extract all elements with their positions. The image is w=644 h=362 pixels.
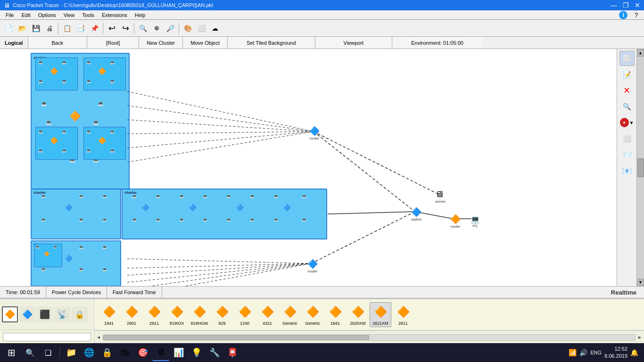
horizontal-scrollbar[interactable]: ◄ ► [94,330,644,344]
device-829[interactable]: 🔶 829 [211,302,233,327]
copy-btn[interactable]: 📑 [74,22,87,35]
cluster-2[interactable]: cluster 🔷 🔷 🔷 🔷 💻 💻 💻 💻 💻 💻 💻 💻 💻 💻 💻 💻 … [122,189,327,239]
device-819HGW[interactable]: 🔶 819HGW [189,302,210,327]
delete-btn[interactable]: ✕ [619,83,635,98]
svg-line-12 [127,263,311,268]
new-btn[interactable]: 📄 [2,22,15,35]
action-bar: Logical Back [Root] New Cluster Move Obj… [0,37,644,49]
viewport-btn[interactable]: Viewport [315,37,393,49]
redo-btn[interactable]: ↪ [119,22,132,35]
device-2901[interactable]: 🔶 2901 [121,302,142,327]
menu-edit[interactable]: Edit [18,12,34,18]
taskbar-store[interactable]: 🛍 [116,344,133,361]
svg-line-14 [127,263,311,282]
undo-btn[interactable]: ↩ [105,22,118,35]
menu-file[interactable]: File [2,12,18,18]
zoom-in-btn[interactable]: 🔍 [136,22,149,35]
taskbar-app5[interactable]: 🔧 [206,344,223,361]
cluster-1[interactable]: cluster 🔶 💻 💻 💻 💻 💻 💻 💻 💻 💻 💻 💻 🔶 💻 💻 💻 … [31,53,130,189]
cat-hubs[interactable]: ⬛ [37,306,53,322]
device-4321[interactable]: 🔶 4321 [256,302,278,327]
back-btn[interactable]: Back [28,37,87,49]
scroll-left-btn[interactable]: ◄ [96,335,101,340]
close-btn[interactable]: ✕ [635,1,640,9]
activity-wizard-btn[interactable]: 📋 [60,22,74,35]
start-btn[interactable]: ⊞ [2,344,21,361]
notification-btn[interactable]: 🔔 [630,349,638,356]
power-cycle-btn[interactable]: Power Cycle Devices [46,287,107,298]
indicator-btn[interactable]: ● ▼ [619,115,635,130]
taskbar-file-explorer[interactable]: 📁 [63,344,80,361]
menu-tools[interactable]: Tools [78,12,98,18]
root-btn[interactable]: [Root] [87,37,139,49]
new-cluster-btn[interactable]: New Cluster [139,37,183,49]
inspect-btn[interactable]: 🔍 [619,99,635,114]
svg-line-0 [127,91,314,132]
zoom-reset-btn[interactable]: ⊕ [150,22,163,35]
vertical-scrollbar[interactable]: ▲ ▼ [636,49,644,286]
cloud-btn[interactable]: ☁ [208,22,222,35]
tiled-bg-btn[interactable]: Set Tiled Background [228,37,315,49]
email2-btn[interactable]: 📧 [619,163,635,178]
taskbar-app2[interactable]: 🖥 [152,344,169,361]
main-area: cluster 🔶 💻 💻 💻 💻 💻 💻 💻 💻 💻 💻 💻 🔶 💻 💻 💻 … [0,49,644,286]
email-btn[interactable]: 📨 [619,147,635,162]
device-2620XM[interactable]: 🔶 2620XM [347,302,369,327]
cat-routers[interactable]: 🔶 [2,306,18,322]
clock[interactable]: 12:52 8.06.2019 [604,346,627,360]
end-device-far-right[interactable]: 💻 PC [471,215,480,228]
canvas[interactable]: cluster 🔶 💻 💻 💻 💻 💻 💻 💻 💻 💻 💻 💻 🔶 💻 💻 💻 … [0,49,617,286]
menu-options[interactable]: Options [34,12,60,18]
router-node-right[interactable]: 🔶 router [450,214,461,229]
device-generic1[interactable]: 🔶 Generic [279,302,301,327]
menu-extensions[interactable]: Extensions [98,12,131,18]
device-1841[interactable]: 🔶 1841 [324,302,346,327]
paste-btn[interactable]: 📌 [88,22,101,35]
maximize-btn[interactable]: ❐ [623,1,629,9]
fast-forward-btn[interactable]: Fast Forward Time [107,287,162,298]
custom-btn[interactable]: ⬜ [195,22,208,35]
switch-node-mid[interactable]: 🔷 switch [411,207,421,222]
select-rect-btn[interactable]: ⬜ [619,51,635,66]
taskbar-app4[interactable]: 💡 [188,344,205,361]
info-btn[interactable]: i [619,11,627,19]
cat-wireless[interactable]: 📡 [54,306,70,322]
device-search-input[interactable] [3,333,91,341]
device-1240[interactable]: 🔶 1240 [234,302,256,327]
menu-view[interactable]: View [60,12,79,18]
device-generic2[interactable]: 🔶 Generic [302,302,323,327]
taskbar-app3[interactable]: 📊 [170,344,187,361]
tray-volume[interactable]: 🔊 [579,349,587,356]
taskbar-app6[interactable]: 📮 [224,344,241,361]
device-2911[interactable]: 🔶 2911 [143,302,165,327]
scroll-right-btn[interactable]: ► [637,335,642,340]
palette-btn[interactable]: 🎨 [181,22,194,35]
cluster-3[interactable]: cluster 🔷 💻 💻 💻 💻 💻 💻 [31,189,121,239]
search-btn[interactable]: 🔍 [22,344,39,361]
router-node-lower[interactable]: 🔷 router [307,259,318,273]
task-view-btn[interactable]: ❏ [40,344,57,361]
print-btn[interactable]: 🖨 [43,22,56,35]
device-1941[interactable]: 🔶 1941 [98,302,120,327]
taskbar-app1[interactable]: 🎯 [134,344,151,361]
cluster-4[interactable]: cluster 🔷 💻 💻 💻 💻 💻 💻 🔶 💻 💻 [31,240,121,286]
help-btn[interactable]: ? [630,11,642,19]
router-node-top[interactable]: 🔷 router [309,126,320,140]
note-btn[interactable]: 📝 [619,67,635,82]
tray-network[interactable]: 📶 [569,349,577,356]
move-object-btn[interactable]: Move Object [183,37,228,49]
minimize-btn[interactable]: — [611,1,617,9]
device-819IOX[interactable]: 🔶 819IOX [166,302,188,327]
server-node-right-top[interactable]: 🖥 server [435,189,446,204]
select-rect2-btn[interactable]: ⬜ [619,131,635,146]
open-btn[interactable]: 📂 [16,22,29,35]
cat-security[interactable]: 🔒 [72,306,88,322]
cat-switches[interactable]: 🔷 [19,306,35,322]
taskbar-security[interactable]: 🔒 [99,344,116,361]
save-btn[interactable]: 💾 [29,22,42,35]
zoom-out-btn[interactable]: 🔎 [164,22,177,35]
device-2621XM[interactable]: 🔶 2621XM [370,302,391,327]
device-2811[interactable]: 🔶 2811 [392,302,414,327]
taskbar-edge[interactable]: 🌐 [81,344,98,361]
menu-help[interactable]: Help [131,12,149,18]
